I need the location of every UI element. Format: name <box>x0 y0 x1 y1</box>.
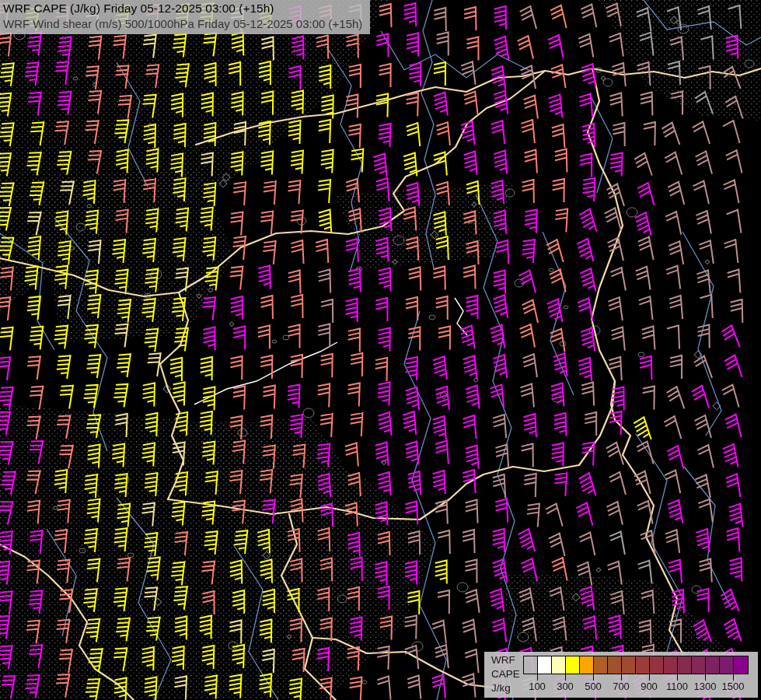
wind-barb <box>576 502 592 527</box>
wind-barb <box>408 676 421 699</box>
wind-barb <box>581 328 595 352</box>
wind-barb <box>518 36 533 60</box>
terrain-outline <box>596 568 601 572</box>
wind-barb <box>697 271 710 294</box>
wind-barb <box>518 529 535 554</box>
colorbar-cell <box>678 656 692 674</box>
colorbar-tick-label: 100 <box>529 681 546 692</box>
stipple-texture-layer <box>0 0 761 700</box>
wind-barb <box>556 149 567 172</box>
wind-barb <box>579 358 592 381</box>
wind-barb <box>322 299 333 322</box>
wind-barb <box>697 589 708 611</box>
colorbar-tick-label: 1100 <box>666 681 688 692</box>
wind-barb <box>438 530 450 553</box>
wind-barb <box>582 64 595 87</box>
weather-map-canvas: WRF CAPE (J/kg) Friday 05-12-2025 03:00 … <box>0 0 761 700</box>
wind-barb <box>113 383 128 407</box>
wind-barb <box>555 208 567 232</box>
wind-barb <box>662 123 679 148</box>
wind-barb <box>522 239 535 262</box>
wind-barb <box>644 122 655 145</box>
wind-barb <box>522 180 533 202</box>
wind-barb <box>721 590 738 614</box>
wind-barb <box>463 355 476 379</box>
wind-barb <box>578 298 593 322</box>
cape-legend-panel: WRF CAPE J/kg 10030050070090011001300150… <box>484 652 758 698</box>
wind-barb <box>726 474 740 498</box>
wind-barb <box>233 386 245 408</box>
wind-barb <box>351 412 362 436</box>
cape-colorbar <box>523 656 749 674</box>
wind-barb <box>143 383 155 405</box>
map-graphics <box>0 0 761 700</box>
wind-barb <box>609 297 623 321</box>
wind-barb <box>522 120 535 143</box>
wind-barb <box>552 443 564 465</box>
wind-barb <box>664 416 681 441</box>
wind-barb <box>494 474 505 498</box>
wind-barb <box>378 646 389 669</box>
wind-barb <box>260 210 273 233</box>
wind-barb <box>435 645 449 668</box>
wind-barb <box>461 326 475 350</box>
terrain-outline <box>705 260 710 264</box>
terrain-outline <box>627 208 637 217</box>
wind-barb <box>466 649 479 673</box>
wind-barb <box>466 446 479 469</box>
wind-barb <box>668 182 684 207</box>
wind-barb <box>263 240 276 264</box>
wind-barb <box>377 34 388 57</box>
wind-barb <box>578 473 595 498</box>
wind-barb <box>726 150 742 174</box>
wind-barb <box>437 122 450 145</box>
colorbar-cell <box>566 656 580 674</box>
wind-barb <box>495 6 507 29</box>
wind-barb <box>721 325 739 350</box>
wind-barb <box>641 93 653 115</box>
wind-barb <box>496 445 508 468</box>
wind-barb <box>407 123 420 146</box>
wind-barb <box>696 211 711 235</box>
wind-barb <box>201 357 212 380</box>
wind-barb <box>698 445 714 469</box>
wind-barb <box>637 183 654 208</box>
wind-barb <box>725 415 741 439</box>
title-overlay: WRF CAPE (J/kg) Friday 05-12-2025 03:00 … <box>0 0 370 34</box>
terrain-outline <box>638 352 644 357</box>
wind-barb <box>319 210 332 233</box>
wind-barb <box>234 327 245 349</box>
wind-barb <box>406 357 417 380</box>
wind-barb <box>729 504 742 527</box>
wind-barb <box>464 152 476 175</box>
wind-barb <box>378 677 390 700</box>
wind-barb <box>464 266 476 289</box>
wind-barb <box>490 589 504 613</box>
wind-barb <box>171 358 182 380</box>
wind-barb <box>376 298 387 320</box>
wind-barb <box>609 472 626 497</box>
wind-barb <box>403 411 416 435</box>
wind-barb <box>580 268 595 292</box>
wind-barb <box>611 152 623 175</box>
wind-barb <box>494 37 508 61</box>
wind-barb <box>643 386 655 408</box>
wind-barb <box>264 385 275 408</box>
wind-barb <box>320 413 332 436</box>
wind-barb <box>261 151 273 174</box>
colorbar-cell <box>608 656 622 674</box>
colorbar-cell <box>706 656 720 674</box>
wind-barb <box>639 296 652 320</box>
wind-barb <box>264 180 276 204</box>
wind-barb <box>434 267 445 289</box>
wind-barb <box>56 354 70 378</box>
wind-barb <box>374 154 386 177</box>
wind-barb <box>233 181 246 205</box>
wind-barb <box>696 529 710 552</box>
wind-barb <box>585 412 596 435</box>
wind-barb <box>580 94 592 117</box>
legend-label: WRF CAPE J/kg <box>491 653 520 695</box>
wind-barb <box>548 35 563 59</box>
wind-barb <box>550 329 564 353</box>
wind-barb <box>319 270 330 292</box>
